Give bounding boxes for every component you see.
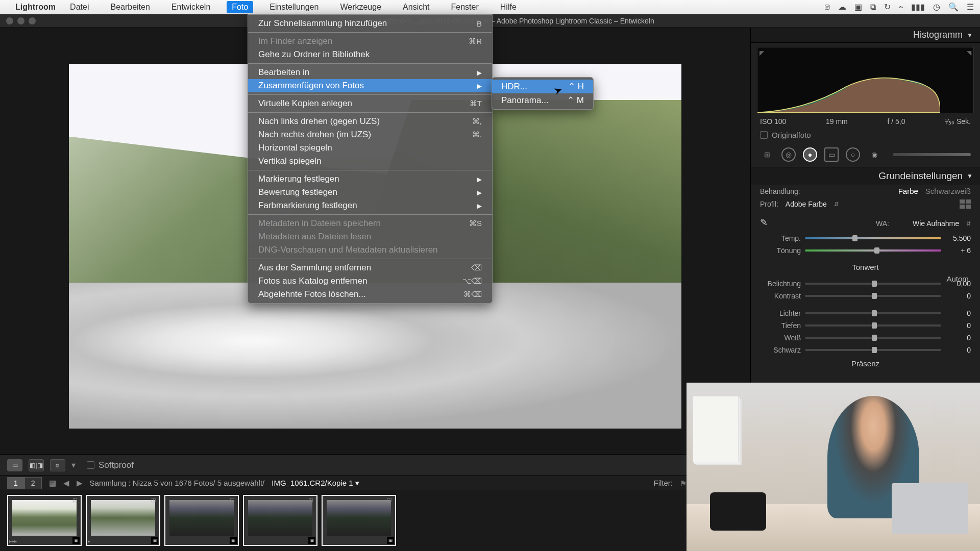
menu-item[interactable]: Zusammenfügen von Fotos▶ (248, 79, 492, 92)
current-file[interactable]: IMG_1061.CR2/Kopie 1 ▾ (272, 479, 359, 488)
slider-value[interactable]: 0 (945, 346, 971, 354)
tone-slider[interactable] (805, 292, 941, 299)
menu-werkzeuge[interactable]: Werkzeuge (335, 1, 386, 13)
thumbnail-3[interactable]: ◳▣ (164, 495, 239, 546)
slider-label: Tiefen (760, 321, 801, 330)
menu-einstellungen[interactable]: Einstellungen (264, 1, 324, 13)
menu-item[interactable]: Abgelehnte Fotos löschen...⌘⌫ (248, 288, 492, 301)
tone-slider[interactable] (805, 322, 941, 329)
tone-slider[interactable] (805, 346, 941, 354)
menu-item: Metadaten in Dateien speichern⌘S (248, 217, 492, 230)
zoom-window-button[interactable] (29, 17, 36, 24)
battery-icon[interactable]: ▮▮▮ (911, 2, 925, 12)
mask-slider[interactable] (893, 153, 971, 156)
menu-item[interactable]: Farbmarkierung festlegen▶ (248, 199, 492, 212)
slider-value[interactable]: 0 (945, 292, 971, 300)
before-after-split-button[interactable]: ⧈ (50, 459, 65, 471)
dropbox-icon[interactable]: ⧉ (870, 3, 876, 12)
menu-icon[interactable]: ☰ (967, 2, 974, 12)
slider-label: Schwarz (760, 346, 801, 354)
menu-item[interactable]: Markierung festlegen▶ (248, 172, 492, 186)
tone-slider[interactable] (805, 334, 941, 341)
highlight-clip-icon[interactable]: ◥ (967, 49, 971, 57)
menu-item[interactable]: Gehe zu Ordner in Bibliothek (248, 48, 492, 61)
monitor-2-tab[interactable]: 2 (24, 477, 42, 489)
auto-tone-button[interactable]: Autom. (946, 274, 971, 283)
nav-forward-icon[interactable]: ▶ (77, 479, 83, 488)
menu-foto[interactable]: Foto (227, 1, 253, 13)
close-window-button[interactable] (6, 17, 13, 24)
tone-slider[interactable] (805, 280, 941, 287)
profile-label: Profil: (760, 200, 778, 208)
radial-tool[interactable]: ○ (846, 147, 860, 162)
slider-value[interactable]: 0 (945, 309, 971, 317)
spot-tool[interactable]: ◎ (781, 147, 796, 162)
wifi-icon[interactable]: ⧜ (899, 3, 903, 12)
histogram[interactable]: ◤ ◥ (757, 47, 974, 113)
menu-entwickeln[interactable]: Entwickeln (166, 1, 215, 13)
redeye-tool[interactable]: ● (803, 147, 817, 162)
tint-slider[interactable] (805, 247, 941, 254)
spotlight-icon[interactable]: 🔍 (948, 2, 959, 12)
crop-tool[interactable]: ⊞ (760, 147, 774, 162)
menu-item[interactable]: Aus der Sammlung entfernen⌫ (248, 261, 492, 274)
menu-item[interactable]: Bearbeiten in▶ (248, 66, 492, 79)
menu-hilfe[interactable]: Hilfe (495, 1, 522, 13)
status-icon-2[interactable]: ▣ (854, 2, 862, 12)
slider-value[interactable]: 0 (945, 334, 971, 342)
menu-bearbeiten[interactable]: Bearbeiten (105, 1, 155, 13)
menu-item[interactable]: Vertikal spiegeln (248, 155, 492, 168)
temp-label: Temp. (760, 234, 801, 242)
originalfoto-checkbox[interactable] (760, 131, 768, 139)
thumbnail-5[interactable]: ◳▣ (322, 495, 396, 546)
menu-item[interactable]: Bewertung festlegen▶ (248, 186, 492, 199)
clock-icon[interactable]: ◷ (933, 2, 940, 12)
exif-row: ISO 100 19 mm f / 5,0 ¹⁄₃₀ Sek. (751, 115, 980, 128)
wb-value[interactable]: Wie Aufnahme (913, 219, 959, 228)
slider-label: Lichter (760, 309, 801, 317)
submenu-item[interactable]: HDR...⌃ H (492, 80, 593, 93)
treatment-bw[interactable]: Schwarzweiß (925, 187, 971, 195)
gradient-tool[interactable]: ▭ (824, 147, 839, 162)
thumbnail-1[interactable]: ◳▣▸▸▸ (7, 495, 82, 546)
menu-item: Im Finder anzeigen⌘R (248, 35, 492, 48)
shadow-clip-icon[interactable]: ◤ (760, 49, 764, 57)
wb-eyedropper-icon[interactable]: ✎ (760, 217, 773, 230)
slider-value[interactable]: 0 (945, 321, 971, 330)
before-after-button[interactable]: ◧|◨ (29, 459, 44, 471)
menu-item[interactable]: Virtuelle Kopien anlegen⌘T (248, 97, 492, 110)
menu-ansicht[interactable]: Ansicht (398, 1, 434, 13)
monitor-1-tab[interactable]: 1 (7, 477, 24, 489)
tint-value[interactable]: + 6 (945, 246, 971, 255)
menu-item[interactable]: Nach rechts drehen (im UZS)⌘. (248, 128, 492, 141)
menu-item[interactable]: Nach links drehen (gegen UZS)⌘, (248, 115, 492, 128)
basic-panel-title[interactable]: Grundeinstellungen (878, 170, 963, 182)
sync-icon[interactable]: ↻ (884, 2, 891, 12)
menu-item[interactable]: Zur Schnellsammlung hinzufügenB (248, 17, 492, 30)
filmstrip[interactable]: ◳▣▸▸▸ ◳▣▸ ◳▣ ◳▣ ◳▣ (0, 490, 750, 551)
status-icon[interactable]: ⎚ (825, 3, 830, 12)
temp-slider[interactable] (805, 235, 941, 242)
submenu-item[interactable]: Panorama...⌃ M (492, 93, 593, 107)
tone-slider[interactable] (805, 310, 941, 317)
histogram-title[interactable]: Histogramm (913, 30, 963, 40)
cc-icon[interactable]: ☁ (838, 2, 846, 12)
grid-icon[interactable]: ▦ (49, 479, 56, 488)
menu-item[interactable]: Horizontal spiegeln (248, 141, 492, 155)
profile-browser-icon[interactable] (960, 199, 971, 209)
menu-datei[interactable]: Datei (65, 1, 94, 13)
app-name[interactable]: Lightroom (15, 3, 56, 12)
treatment-color[interactable]: Farbe (898, 187, 918, 195)
minimize-window-button[interactable] (17, 17, 24, 24)
menu-item[interactable]: Fotos aus Katalog entfernen⌥⌫ (248, 274, 492, 288)
temp-value[interactable]: 5.500 (945, 234, 971, 242)
exif-focal: 19 mm (826, 117, 848, 126)
menu-fenster[interactable]: Fenster (446, 1, 484, 13)
thumbnail-2[interactable]: ◳▣▸ (86, 495, 160, 546)
brush-tool[interactable]: ◉ (867, 147, 881, 162)
thumbnail-4[interactable]: ◳▣ (243, 495, 317, 546)
softproof-checkbox[interactable] (87, 461, 94, 469)
nav-back-icon[interactable]: ◀ (63, 479, 69, 488)
profile-value[interactable]: Adobe Farbe (786, 200, 827, 208)
loupe-view-button[interactable]: ▭ (7, 459, 22, 471)
